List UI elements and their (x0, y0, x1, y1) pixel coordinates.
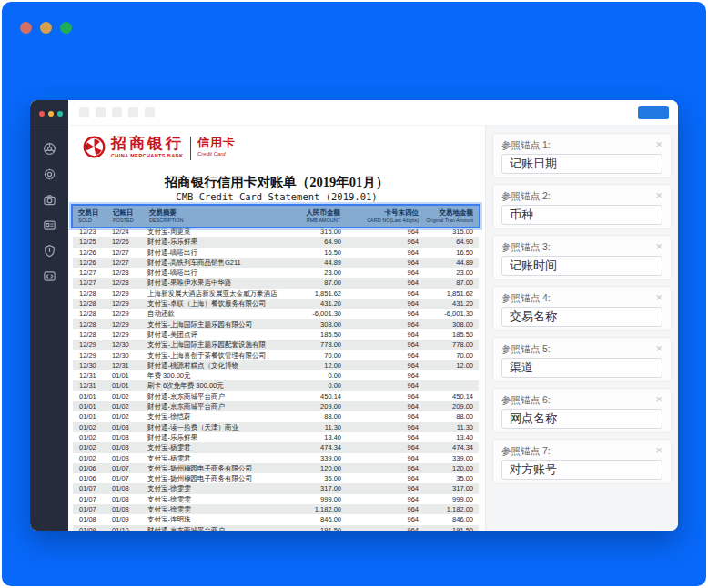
table-row[interactable]: 01/0701/08支付宝-徐雯雯1,182.009641,182.00 (73, 504, 479, 514)
table-cell: 964 (346, 401, 424, 411)
table-cell: 23.00 (273, 268, 346, 278)
table-cell: 339.00 (424, 453, 479, 463)
table-row[interactable]: 01/0801/09支付宝-连明珠846.00964846.00 (73, 514, 479, 524)
table-row[interactable]: 01/0901/10财付通-京东商城平台商户191.50964191.50 (73, 525, 479, 531)
zoom-button[interactable] (60, 22, 72, 34)
settings-gear-icon[interactable] (43, 167, 56, 181)
table-row[interactable]: 12/2912/30支付宝-上海国际主题乐园配套设施有限778.00964778… (73, 340, 479, 350)
table-row[interactable]: 12/3101/01刷卡 6次免年费 300.00元0.00964 (73, 380, 479, 390)
table-row[interactable]: 01/0201/03财付通-乐乐鲜果13.4096413.40 (73, 432, 479, 442)
table-header-row[interactable]: 交易日SOLD 记账日POSTED 交易摘要DESCRIPTION 人民币金额R… (73, 206, 479, 227)
table-row[interactable]: 12/2912/30支付宝-上海喜创于茶餐饮管理有限公司70.0096470.0… (73, 350, 479, 360)
close-icon[interactable]: × (655, 343, 662, 354)
inner-close-button[interactable] (39, 111, 45, 117)
close-icon[interactable]: × (655, 139, 662, 150)
table-cell: 317.00 (273, 483, 346, 493)
table-cell: 支付宝-扬州穆园电子商务有限公司 (144, 463, 273, 473)
toolbar-button[interactable] (145, 107, 155, 117)
anchor-input-3[interactable] (501, 256, 662, 276)
table-row[interactable]: 12/2812/29财付通-美团点评185.50964185.50 (73, 329, 479, 340)
table-row[interactable]: 12/2812/29支付宝-上海国际主题乐园有限公司308.00964308.0… (73, 319, 479, 329)
shield-icon[interactable] (43, 244, 56, 258)
table-row[interactable]: 01/0701/08支付宝-徐雯雯999.00964999.00 (73, 494, 479, 504)
table-row[interactable]: 12/2612/27财付通-高铁列车商品销售G21144.8996444.89 (73, 258, 479, 268)
close-icon[interactable]: × (655, 445, 662, 456)
table-row[interactable]: 12/2812/29支付宝-卓联（上海）餐饮服务有限公司431.20964431… (73, 299, 479, 309)
table-row[interactable]: 01/0601/07支付宝-扬州穆园电子商务有限公司35.0096435.00 (73, 473, 479, 483)
table-cell: 12/27 (73, 268, 107, 278)
table-cell (424, 370, 479, 380)
table-cell: 64.90 (424, 237, 479, 247)
table-cell: 209.00 (424, 401, 479, 411)
close-icon[interactable]: × (655, 190, 662, 201)
table-row[interactable]: 01/0601/07支付宝-扬州穆园电子商务有限公司120.00964120.0… (73, 463, 479, 473)
table-row[interactable]: 12/2712/28财付通-嘀嗒出行23.0096423.00 (73, 268, 479, 278)
anchor-input-2[interactable] (501, 205, 662, 225)
inner-zoom-button[interactable] (57, 111, 63, 117)
table-cell: 支付宝-上海国际主题乐园有限公司 (144, 319, 273, 329)
toolbar-button[interactable] (79, 107, 89, 117)
table-cell: 01/07 (73, 483, 107, 493)
table-cell: 964 (346, 514, 424, 524)
table-cell: 01/10 (107, 525, 144, 531)
table-row[interactable]: 01/0201/03支付宝-杨雯君474.34964474.34 (73, 442, 479, 452)
camera-icon[interactable] (43, 193, 56, 207)
table-cell: 185.50 (424, 329, 479, 340)
close-button[interactable] (20, 22, 32, 34)
code-icon[interactable] (43, 269, 56, 283)
table-cell: 778.00 (424, 340, 479, 350)
close-icon[interactable]: × (655, 241, 662, 252)
table-cell: 财付通-京东商城平台商户 (144, 525, 273, 531)
close-icon[interactable]: × (655, 394, 662, 405)
minimize-button[interactable] (40, 22, 52, 34)
toolbar-button[interactable] (96, 107, 106, 117)
table-row[interactable]: 01/0101/02财付通-京东商城平台商户450.14964450.14 (73, 391, 479, 401)
table-row[interactable]: 12/2712/28财付通-果唯伊水果店中华路87.0096487.00 (73, 278, 479, 288)
table-row[interactable]: 12/3101/01年费 300.00元0.00964 (73, 370, 479, 380)
table-cell: 12.00 (273, 360, 346, 370)
anchor-card-4: 参照锚点 4:× (492, 286, 672, 331)
table-cell: 120.00 (273, 463, 346, 473)
anchor-input-5[interactable] (501, 358, 662, 378)
table-cell: 191.50 (424, 525, 479, 531)
table-row[interactable]: 01/0201/03财付通-读一拾费（天津）商业11.3096411.30 (73, 422, 479, 432)
table-cell: 846.00 (273, 514, 346, 524)
table-row[interactable]: 01/0101/02财付通-京东商城平台商户209.00964209.00 (73, 401, 479, 411)
anchor-input-1[interactable] (501, 154, 662, 174)
anchor-input-7[interactable] (501, 460, 662, 480)
table-cell: 12/29 (107, 309, 144, 319)
table-row[interactable]: 12/2812/29上海新发展大酒店新发展亚太金威万豪酒店1,851.62964… (73, 289, 479, 299)
app-logo-icon[interactable] (43, 142, 56, 156)
table-cell: 上海新发展大酒店新发展亚太金威万豪酒店 (144, 289, 273, 299)
table-row[interactable]: 12/2512/26财付通-乐乐鲜果64.9096464.90 (73, 237, 479, 247)
table-row[interactable]: 01/0701/08支付宝-徐雯雯317.00964317.00 (73, 483, 479, 493)
product-name-zh: 信用卡 (197, 136, 236, 150)
anchor-input-4[interactable] (501, 307, 662, 327)
table-cell: 87.00 (273, 278, 346, 288)
table-row[interactable]: 12/3012/31财付通-桃源村糕点（文化博物12.0096412.00 (73, 360, 479, 370)
table-header-cell: 记账日POSTED (107, 208, 144, 224)
close-icon[interactable]: × (655, 292, 662, 303)
anchor-input-6[interactable] (501, 409, 662, 429)
inner-minimize-button[interactable] (48, 111, 54, 117)
table-cell: 1,851.62 (273, 289, 346, 299)
table-cell: 964 (346, 391, 424, 401)
table-cell: 1,182.00 (424, 504, 479, 514)
table-row[interactable]: 12/2812/29自动还款-6,001.30964-6,001.30 (73, 309, 479, 319)
table-cell: 23.00 (424, 268, 479, 278)
table-cell: 12.00 (424, 360, 479, 370)
table-cell: 44.89 (424, 258, 479, 268)
toolbar-button[interactable] (128, 107, 138, 117)
table-cell: 964 (346, 525, 424, 531)
table-cell: 964 (346, 278, 424, 288)
table-cell: 01/02 (107, 391, 144, 401)
table-cell: 01/08 (107, 504, 144, 514)
table-row[interactable]: 01/0201/03支付宝-杨雯君339.00964339.00 (73, 453, 479, 463)
toolbar-button[interactable] (112, 107, 122, 117)
table-cell: 自动还款 (144, 309, 273, 319)
table-row[interactable]: 01/0101/02支付宝-徐恺蔚88.0096488.00 (73, 411, 479, 421)
table-row[interactable]: 12/2612/27财付通-嘀嗒出行16.5096416.50 (73, 248, 479, 258)
id-card-icon[interactable] (43, 218, 56, 232)
primary-action-button[interactable] (638, 106, 669, 119)
table-row[interactable]: 12/2312/24支付宝-周更菜315.00964315.00 (73, 227, 479, 237)
